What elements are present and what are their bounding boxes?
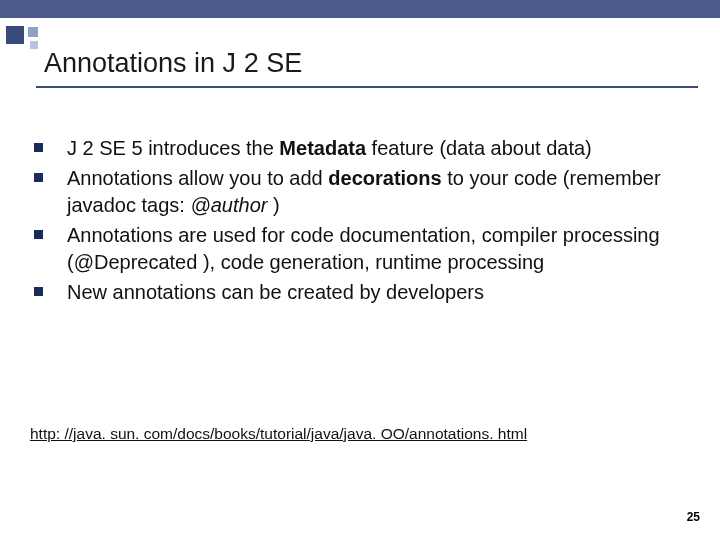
bullet-square-icon <box>34 230 43 239</box>
bullet-square-icon <box>34 287 43 296</box>
title-underline <box>36 86 698 88</box>
bullet-square-icon <box>34 173 43 182</box>
reference-link: http: //java. sun. com/docs/books/tutori… <box>30 425 527 443</box>
bullet-text: New annotations can be created by develo… <box>67 279 484 307</box>
bullet-square-icon <box>34 143 43 152</box>
square-icon <box>6 26 24 44</box>
text-run: Annotations allow you to add <box>67 167 328 189</box>
page-number: 25 <box>687 510 700 524</box>
text-bold: Metadata <box>279 137 366 159</box>
bullet-list: J 2 SE 5 introduces the Metadata feature… <box>34 135 680 309</box>
text-run: J 2 SE 5 introduces the <box>67 137 279 159</box>
text-italic: @author <box>190 194 267 216</box>
top-accent-bar <box>0 0 720 18</box>
square-icon <box>30 41 38 49</box>
list-item: Annotations allow you to add decorations… <box>34 165 680 220</box>
text-run: ) <box>267 194 279 216</box>
text-run: New annotations can be created by develo… <box>67 281 484 303</box>
text-run: Annotations are used for code documentat… <box>67 224 660 274</box>
list-item: Annotations are used for code documentat… <box>34 222 680 277</box>
bullet-text: Annotations allow you to add decorations… <box>67 165 680 220</box>
text-bold: decorations <box>328 167 441 189</box>
bullet-text: Annotations are used for code documentat… <box>67 222 680 277</box>
square-icon <box>28 27 38 37</box>
bullet-text: J 2 SE 5 introduces the Metadata feature… <box>67 135 592 163</box>
text-run: feature (data about data) <box>366 137 592 159</box>
slide-title: Annotations in J 2 SE <box>44 48 302 79</box>
decorative-squares <box>6 26 38 44</box>
list-item: J 2 SE 5 introduces the Metadata feature… <box>34 135 680 163</box>
list-item: New annotations can be created by develo… <box>34 279 680 307</box>
